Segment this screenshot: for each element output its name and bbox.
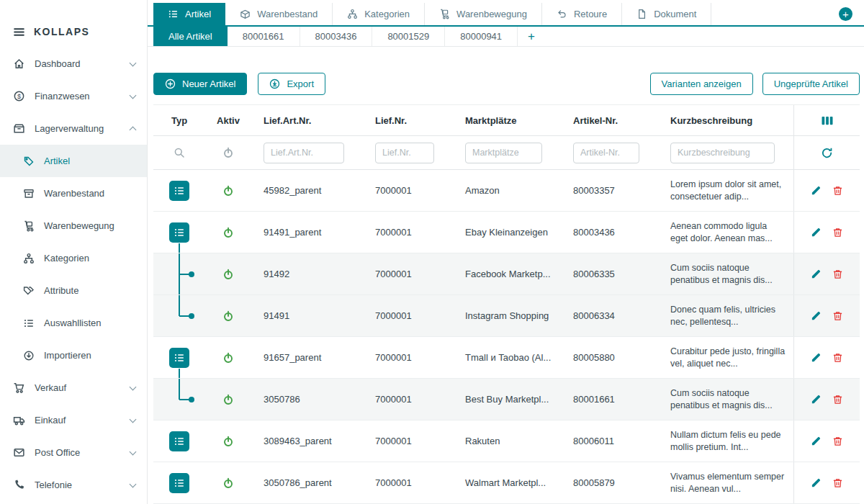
sidebar-item-telefonie[interactable]: Telefonie [0, 469, 147, 501]
new-article-button[interactable]: Neuer Artikel [153, 73, 247, 95]
sitemap-icon [23, 253, 35, 264]
lief-art-nr-cell: 3050786_parent [251, 462, 363, 503]
sidebar-item-warenbestand[interactable]: Warenbestand [0, 177, 147, 210]
lief-nr-filter-input[interactable] [375, 143, 434, 163]
table-row: 91492 7000001 Facebook Marketp... 800063… [153, 253, 860, 295]
article-type-button[interactable] [169, 431, 189, 451]
artikel-nr-cell: 80006335 [561, 253, 658, 294]
edit-icon[interactable] [811, 269, 822, 279]
artikel-nr-filter-input[interactable] [573, 143, 639, 163]
active-toggle-icon[interactable] [222, 269, 234, 280]
edit-icon[interactable] [811, 310, 822, 321]
artikel-nr-cell: 80005879 [561, 462, 658, 503]
delete-icon[interactable] [832, 477, 843, 488]
active-cell [205, 379, 251, 420]
sidebar-item-finanzwesen[interactable]: $ Finanzwesen [0, 80, 147, 112]
active-toggle-icon[interactable] [222, 185, 234, 197]
kurzbeschreibung-filter-input[interactable] [670, 143, 775, 163]
artikel-nr-cell: 80003357 [561, 170, 658, 211]
edit-icon[interactable] [811, 394, 822, 405]
tab-warenbestand[interactable]: Warenbestand [225, 3, 333, 25]
type-cell [153, 295, 205, 336]
document-icon [636, 9, 647, 19]
tab-retoure[interactable]: Retoure [542, 3, 622, 25]
chevron-down-icon [130, 480, 137, 487]
menu-icon[interactable] [13, 26, 25, 38]
delete-icon[interactable] [832, 310, 843, 321]
article-type-button[interactable] [169, 473, 189, 493]
edit-icon[interactable] [811, 436, 822, 446]
chevron-down-icon [130, 59, 137, 66]
sidebar-item-lagerverwaltung[interactable]: Lagerverwaltung [0, 112, 147, 145]
tab-dokument[interactable]: Dokument [622, 3, 711, 25]
lief-nr-cell: 7000001 [363, 253, 453, 294]
kurzbeschreibung-cell: Curabitur pede justo, fringilla vel, ali… [658, 337, 793, 378]
list-icon [168, 9, 179, 19]
tab-artikel[interactable]: Artikel [153, 3, 225, 25]
sidebar-item-attribute[interactable]: Attribute [0, 274, 147, 307]
subtab-alle-artikel[interactable]: Alle Artikel [153, 27, 228, 46]
artikel-nr-cell: 80006011 [561, 420, 658, 462]
sidebar-item-einkauf[interactable]: Einkauf [0, 404, 147, 436]
active-toggle-icon[interactable] [222, 436, 234, 447]
tab-label: Retoure [574, 9, 607, 19]
lief-art-nr-cell: 91491 [251, 295, 363, 336]
columns-icon[interactable] [821, 115, 834, 126]
tag-icon [23, 156, 35, 167]
edit-icon[interactable] [811, 227, 822, 238]
lief-nr-cell: 7000001 [363, 170, 453, 211]
show-variants-button[interactable]: Varianten anzeigen [650, 73, 753, 95]
export-button[interactable]: Export [258, 73, 325, 95]
delete-icon[interactable] [832, 436, 843, 446]
active-toggle-icon[interactable] [222, 310, 234, 322]
delete-icon[interactable] [832, 269, 843, 279]
active-toggle-icon[interactable] [222, 394, 234, 405]
active-toggle-icon[interactable] [222, 227, 234, 238]
article-type-button[interactable] [169, 222, 189, 243]
tab-kategorien[interactable]: Kategorien [333, 3, 425, 25]
refresh-icon[interactable] [821, 147, 833, 159]
toggle-filter-icon[interactable] [222, 147, 234, 158]
edit-icon[interactable] [811, 352, 822, 363]
sidebar-item-dashboard[interactable]: Dashboard [0, 48, 147, 80]
add-article-tab-button[interactable]: + [518, 27, 545, 46]
table-body: 45982_parent 7000001 Amazon 80003357 Lor… [153, 170, 860, 504]
tab-warenbewegung[interactable]: Warenbewegung [425, 3, 542, 25]
dolly-icon [439, 9, 450, 19]
delete-icon[interactable] [832, 227, 843, 238]
sidebar-item-kategorien[interactable]: Kategorien [0, 242, 147, 274]
sitemap-icon [347, 9, 358, 19]
sidebar-item-auswahllisten[interactable]: Auswahllisten [0, 307, 147, 339]
active-toggle-icon[interactable] [222, 477, 234, 489]
active-toggle-icon[interactable] [222, 352, 234, 364]
kurzbeschreibung-filter-cell [658, 136, 793, 169]
edit-icon[interactable] [811, 477, 822, 488]
sidebar-item-artikel[interactable]: Artikel [0, 145, 147, 177]
sidebar-item-importieren[interactable]: Importieren [0, 339, 147, 372]
subtab-article-1[interactable]: 80001661 [228, 27, 300, 46]
delete-icon[interactable] [832, 352, 843, 363]
sidebar-item-post-office[interactable]: Post Office [0, 436, 147, 469]
actions-cell [793, 337, 860, 378]
active-cell [205, 295, 251, 336]
warehouse-icon [13, 122, 25, 135]
delete-icon[interactable] [832, 394, 843, 405]
delete-icon[interactable] [832, 185, 843, 196]
lief-art-nr-filter-input[interactable] [264, 143, 344, 163]
subtab-article-2[interactable]: 80003436 [300, 27, 373, 46]
article-type-button[interactable] [169, 348, 189, 368]
add-tab-button[interactable]: + [839, 7, 852, 21]
tags-icon [23, 285, 35, 297]
return-arrow-icon [557, 9, 567, 19]
sidebar-item-label: Einkauf [35, 415, 121, 426]
marktplaetze-filter-input[interactable] [465, 143, 542, 163]
unverified-articles-button[interactable]: Ungeprüfte Artikel [762, 73, 860, 95]
sidebar-item-warenbewegung[interactable]: Warenbewegung [0, 210, 147, 242]
article-type-button[interactable] [169, 181, 189, 201]
edit-icon[interactable] [811, 185, 822, 196]
lief-nr-cell: 7000001 [363, 337, 453, 378]
sidebar-item-verkauf[interactable]: Verkauf [0, 372, 147, 404]
subtab-article-4[interactable]: 80000941 [445, 27, 518, 46]
subtab-article-3[interactable]: 80001529 [372, 27, 445, 46]
type-cell [153, 462, 205, 503]
